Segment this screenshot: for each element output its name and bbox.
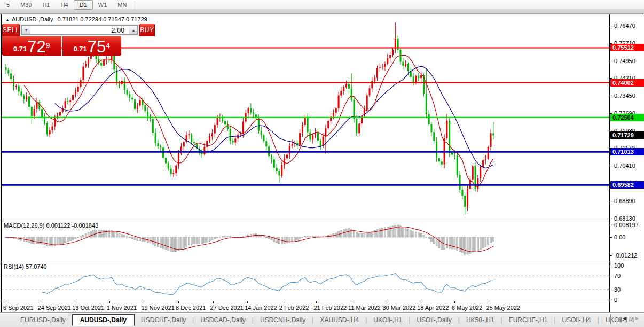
axis-tick-label: 0.008197: [614, 222, 639, 228]
timeframe-toolbar: 5M30H1H4D1W1MN: [0, 0, 644, 14]
volume-decrease-button[interactable]: ▼: [21, 25, 30, 35]
date-tick: [75, 301, 75, 303]
axis-tick-label: 0.68130: [614, 215, 635, 222]
chart-tab-usoil-daily[interactable]: USOil-,Daily: [410, 315, 458, 325]
axis-tick-label: 0.68890: [614, 198, 635, 204]
ohlc-values: 0.71821 0.72294 0.71547 0.71729: [58, 16, 147, 22]
date-label: 18 Apr 2022: [417, 305, 449, 311]
chart-tab-usdcnh-daily[interactable]: USDCNH-,Daily: [254, 315, 312, 325]
bid-price-button[interactable]: 0.71729: [2, 36, 61, 56]
date-tick: [41, 301, 41, 303]
tabs-scroll-right-icon[interactable]: ►: [634, 315, 640, 321]
time-axis[interactable]: 6 Sep 202124 Sep 202113 Oct 20211 Nov 20…: [2, 301, 609, 312]
date-label: 25 May 2022: [486, 305, 520, 311]
chart-tab-audusd-daily[interactable]: AUDUSD-,Daily: [72, 314, 135, 326]
one-click-trading-panel: SELL ▼ ▲ BUY 0.71729 0.71754: [2, 24, 121, 56]
volume-input[interactable]: [30, 25, 129, 35]
rsi-pane[interactable]: RSI(14) 57.0740: [2, 262, 609, 301]
buy-button[interactable]: BUY: [139, 24, 154, 36]
ask-big-digits: 75: [88, 38, 106, 55]
date-tick: [489, 301, 489, 303]
ask-price-button[interactable]: 0.71754: [62, 36, 122, 56]
axis-tick-label: 0: [614, 297, 617, 303]
date-label: 27 Dec 2021: [210, 305, 244, 311]
date-label: 24 Sep 2021: [38, 305, 71, 311]
axis-tick-label: 100: [614, 262, 624, 269]
chart-tab-eurchf-h1[interactable]: EURCHF-,H1: [502, 315, 554, 325]
axis-tick: [610, 96, 612, 96]
date-tick: [178, 301, 179, 303]
down-arrow-icon: ▼: [24, 28, 28, 32]
price-tag-0.71729: 0.71729: [610, 131, 644, 139]
timeframe-buttons: 5M30H1H4D1W1MN: [1, 0, 132, 10]
chart-window[interactable]: ▲AUDUSD-,Daily0.71821 0.72294 0.71547 0.…: [1, 14, 643, 312]
timeframe-button-5[interactable]: 5: [1, 0, 15, 10]
axis-tick: [610, 276, 612, 276]
price-pane[interactable]: ▲AUDUSD-,Daily0.71821 0.72294 0.71547 0.…: [2, 14, 609, 220]
date-tick: [316, 301, 317, 303]
axis-tick-label: 0.70410: [614, 162, 635, 169]
date-label: 21 Feb 2022: [313, 305, 347, 311]
date-label: 2 Feb 2022: [279, 305, 309, 311]
timeframe-button-D1[interactable]: D1: [74, 0, 93, 10]
symbol-label: AUDUSD-,Daily: [12, 16, 53, 22]
chart-tabs: EURUSD-,DailyAUDUSD-,DailyUSDCHF-,Daily|…: [14, 314, 641, 326]
chart-tab-xauusd-h4[interactable]: XAUUSD-,H4: [313, 315, 365, 325]
axis-tick: [610, 255, 612, 256]
date-tick: [386, 301, 386, 303]
timeframe-button-H1[interactable]: H1: [37, 0, 56, 10]
date-label: 8 Dec 2021: [176, 305, 206, 311]
timeframe-button-M30[interactable]: M30: [15, 0, 37, 10]
timeframe-button-W1[interactable]: W1: [93, 0, 113, 10]
axis-tick: [610, 201, 612, 201]
axis-tick: [610, 26, 612, 26]
date-tick: [420, 301, 420, 303]
axis-tick: [610, 225, 612, 225]
chart-tab-ukoil-h1[interactable]: UKOil-,H1: [367, 315, 409, 325]
timeframe-button-MN[interactable]: MN: [112, 0, 132, 10]
chart-title: ▲AUDUSD-,Daily0.71821 0.72294 0.71547 0.…: [5, 16, 147, 22]
price-tag-0.74002: 0.74002: [610, 79, 644, 87]
sell-button[interactable]: SELL: [2, 24, 20, 36]
date-label: 14 Jan 2022: [245, 305, 277, 311]
date-label: 1 Nov 2021: [107, 305, 137, 311]
timeframe-button-H4[interactable]: H4: [56, 0, 74, 10]
price-tag-0.72504: 0.72504: [610, 114, 644, 121]
collapse-arrow-icon[interactable]: ▲: [5, 18, 10, 22]
date-tick: [144, 301, 144, 303]
tabs-scroll-left-icon[interactable]: ◄: [622, 315, 627, 321]
date-label: 11 Mar 2022: [348, 305, 381, 311]
axis-tick-label: -0.01212: [614, 252, 637, 259]
volume-stepper: ▼ ▲: [20, 24, 139, 36]
axis-tick-label: 0.74950: [614, 58, 635, 64]
chart-tab-hk50-h1[interactable]: HK50-,H1: [460, 315, 501, 325]
price-tag-0.71013: 0.71013: [610, 148, 644, 155]
axis-tick-label: 0.73450: [614, 92, 635, 99]
axis-tick: [610, 290, 612, 290]
chart-tab-eurusd-daily[interactable]: EURUSD-,Daily: [14, 315, 72, 325]
axis-tick: [610, 266, 612, 266]
axis-tick: [610, 219, 612, 219]
date-tick: [282, 301, 282, 303]
date-label: 6 May 2022: [452, 305, 482, 311]
macd-label: MACD(12,26,9) 0.001122 -0.001843: [4, 222, 98, 229]
tabs-scroll-nav: ◄ ►: [622, 315, 640, 321]
axis-tick-label: 0.00: [614, 234, 625, 240]
date-tick: [6, 301, 6, 303]
price-axis[interactable]: 0.764700.757100.749500.742100.734500.726…: [609, 14, 644, 312]
chart-tab-usoil-h4[interactable]: USOil-,H4: [555, 315, 597, 325]
rsi-chart: [2, 262, 609, 301]
chart-tab-usdchf-daily[interactable]: USDCHF-,Daily: [135, 315, 192, 325]
date-label: 13 Oct 2021: [72, 305, 104, 311]
bid-pip-digit: 9: [46, 37, 50, 53]
chart-tab-usdcad-daily[interactable]: USDCAD-,Daily: [194, 315, 252, 325]
date-label: 19 Nov 2021: [141, 305, 174, 311]
axis-tick: [610, 300, 612, 300]
macd-pane[interactable]: MACD(12,26,9) 0.001122 -0.001843: [2, 221, 609, 261]
date-tick: [351, 301, 351, 303]
price-tag-0.75512: 0.75512: [610, 44, 644, 51]
axis-tick-label: 70: [614, 272, 621, 279]
volume-increase-button[interactable]: ▲: [129, 25, 138, 35]
date-tick: [247, 301, 248, 303]
up-arrow-icon: ▲: [131, 28, 135, 32]
